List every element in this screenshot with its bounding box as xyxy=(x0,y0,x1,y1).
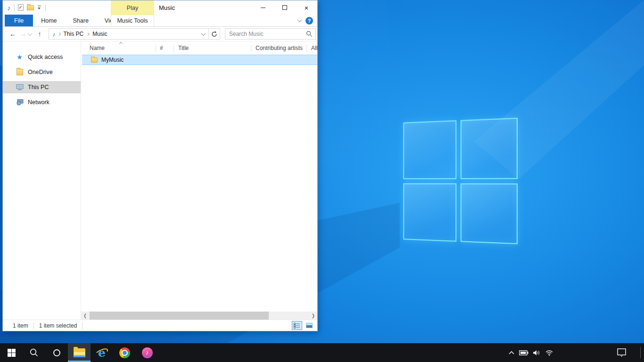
column-header-contributing-artists[interactable]: Contributing artists xyxy=(251,41,306,55)
sidebar-item-label: OneDrive xyxy=(28,69,53,75)
help-icon[interactable]: ? xyxy=(305,17,313,25)
file-list[interactable]: MyMusic xyxy=(81,55,317,312)
taskbar-search-button[interactable] xyxy=(23,343,45,362)
search-box[interactable] xyxy=(225,28,316,40)
tab-file[interactable]: File xyxy=(5,15,33,26)
details-view-icon xyxy=(294,323,300,329)
sidebar-item-label: Quick access xyxy=(28,54,63,60)
monitor-icon xyxy=(16,84,24,90)
large-icons-view-button[interactable] xyxy=(304,321,314,330)
battery-tray-button[interactable] xyxy=(519,350,528,355)
breadcrumb-music[interactable]: Music xyxy=(91,31,109,37)
details-view-button[interactable] xyxy=(292,321,302,330)
title-bar[interactable]: ♪ Play Music × xyxy=(3,0,317,15)
breadcrumb-chevron-icon[interactable] xyxy=(57,32,60,35)
up-button[interactable]: ↑ xyxy=(34,28,45,40)
scrollbar-thumb[interactable] xyxy=(90,312,269,320)
taskbar-itunes-button[interactable]: ♪ xyxy=(136,343,158,362)
view-toggle-buttons xyxy=(292,321,317,330)
column-header-album[interactable]: Alb xyxy=(306,41,317,55)
minimize-button[interactable] xyxy=(252,0,274,15)
taskbar-internet-explorer-button[interactable]: e xyxy=(91,343,113,362)
volume-tray-button[interactable] xyxy=(533,350,541,356)
customize-qat-dropdown-icon[interactable] xyxy=(37,5,42,10)
address-bar-row: ← → ↑ ♪ This PC Music xyxy=(3,27,317,41)
start-button[interactable] xyxy=(0,343,23,362)
item-count: 1 item xyxy=(13,322,28,329)
file-row-mymusic[interactable]: MyMusic xyxy=(82,55,317,65)
sidebar-item-quick-access[interactable]: ★ Quick access xyxy=(3,51,81,63)
selection-count: 1 item selected xyxy=(39,322,77,329)
back-button[interactable]: ← xyxy=(8,28,18,40)
network-icon xyxy=(16,99,24,106)
file-explorer-icon xyxy=(74,348,85,357)
network-tray-button[interactable] xyxy=(545,350,553,356)
action-center-icon xyxy=(617,348,626,357)
windows-logo-pane xyxy=(403,120,456,179)
quick-access-toolbar: ♪ xyxy=(3,0,46,15)
file-name: MyMusic xyxy=(101,57,124,63)
search-icon xyxy=(30,348,38,357)
music-note-icon: ♪ xyxy=(52,31,56,37)
speaker-icon xyxy=(533,350,541,356)
show-desktop-button[interactable] xyxy=(640,347,644,358)
file-explorer-window: ♪ Play Music × File Home Share View Musi… xyxy=(2,0,318,331)
taskbar: e ♪ xyxy=(0,343,644,362)
contextual-chip-play[interactable]: Play xyxy=(111,0,154,15)
scroll-left-arrow[interactable]: ❬ xyxy=(81,312,89,320)
close-icon: × xyxy=(305,4,309,11)
battery-icon xyxy=(519,350,528,355)
forward-button[interactable]: → xyxy=(18,28,28,40)
breadcrumb-this-pc[interactable]: This PC xyxy=(62,31,86,37)
recent-locations-dropdown-icon[interactable] xyxy=(28,31,33,36)
cortana-icon xyxy=(53,349,60,356)
sidebar-item-network[interactable]: Network xyxy=(3,96,81,108)
close-button[interactable]: × xyxy=(296,0,317,15)
tab-share[interactable]: Share xyxy=(65,15,97,26)
address-bar[interactable]: ♪ This PC Music xyxy=(49,28,209,40)
tab-home[interactable]: Home xyxy=(33,15,65,26)
sidebar-item-this-pc[interactable]: This PC xyxy=(3,81,81,93)
taskbar-chrome-button[interactable] xyxy=(113,343,136,362)
refresh-button[interactable] xyxy=(209,28,220,40)
search-input[interactable] xyxy=(228,30,306,38)
expand-ribbon-icon[interactable] xyxy=(297,17,302,22)
ribbon-right-controls: ? xyxy=(298,15,317,26)
music-note-window-icon[interactable]: ♪ xyxy=(7,4,11,11)
maximize-icon xyxy=(282,5,287,10)
windows-start-icon xyxy=(8,349,16,357)
window-controls: × xyxy=(252,0,317,15)
column-header-number[interactable]: # xyxy=(156,41,173,55)
new-folder-icon[interactable] xyxy=(27,5,34,10)
horizontal-scrollbar[interactable]: ❬ ❭ xyxy=(81,312,317,320)
internet-explorer-icon: e xyxy=(96,346,108,359)
action-center-button[interactable] xyxy=(617,348,626,357)
separator xyxy=(45,4,46,11)
column-header-title[interactable]: Title xyxy=(173,41,251,55)
windows-logo-pane xyxy=(403,183,456,241)
cortana-button[interactable] xyxy=(45,343,68,362)
tray-expand-button[interactable] xyxy=(508,351,515,355)
itunes-icon: ♪ xyxy=(142,347,153,358)
chrome-icon xyxy=(119,347,130,358)
scroll-right-arrow[interactable]: ❭ xyxy=(309,312,317,320)
properties-icon[interactable] xyxy=(18,4,24,11)
maximize-button[interactable] xyxy=(274,0,296,15)
explorer-main: ★ Quick access OneDrive This PC xyxy=(3,41,317,320)
chevron-up-icon xyxy=(508,351,515,355)
tab-music-tools[interactable]: Music Tools xyxy=(111,15,154,26)
address-dropdown-icon[interactable] xyxy=(198,29,208,39)
system-tray xyxy=(508,343,644,362)
scrollbar-track[interactable] xyxy=(89,312,309,320)
minimize-icon xyxy=(261,8,265,8)
ribbon-tab-row: File Home Share View Music Tools ? xyxy=(3,15,317,27)
breadcrumb-chevron-icon[interactable] xyxy=(86,32,90,35)
taskbar-file-explorer-button[interactable] xyxy=(68,343,91,362)
windows-logo-pane xyxy=(460,183,518,245)
search-icon[interactable] xyxy=(306,31,313,37)
sidebar-item-onedrive[interactable]: OneDrive xyxy=(3,66,81,78)
play-chip-label: Play xyxy=(127,5,138,11)
folder-icon xyxy=(91,58,98,63)
column-headers: Name # Title Contributing artists Alb xyxy=(81,41,317,55)
column-header-name[interactable]: Name xyxy=(81,41,156,55)
